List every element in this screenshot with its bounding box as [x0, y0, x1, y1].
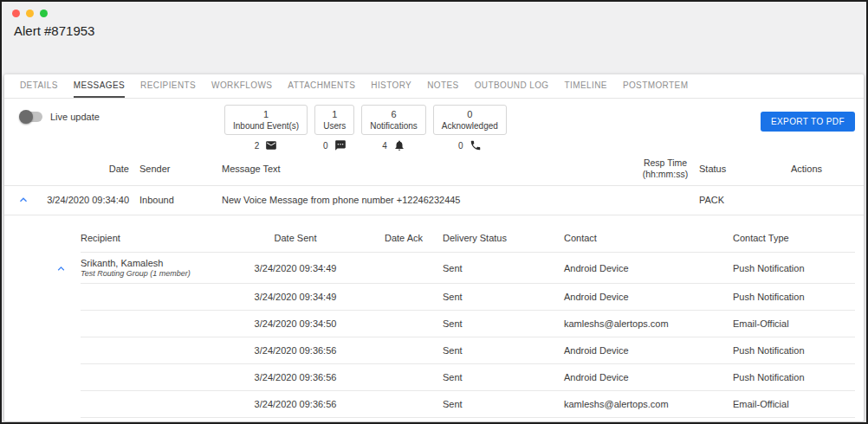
date-sent-cell: 3/24/2020 09:36:56	[226, 399, 365, 409]
toggle-knob	[19, 110, 33, 124]
date-sent-cell: 3/24/2020 09:34:49	[226, 263, 365, 273]
contact-type-cell: Push Notification	[733, 345, 855, 356]
contact-cell: Android Device	[564, 345, 733, 356]
close-window-icon[interactable]	[12, 10, 20, 17]
counter-phone: 0	[458, 139, 482, 151]
tab-recipients[interactable]: RECIPIENTS	[140, 74, 196, 98]
column-header-actions: Actions	[758, 164, 855, 174]
contact-cell: Android Device	[564, 263, 733, 273]
page-title: Alert #871953	[12, 17, 856, 38]
table-row: Srikanth, Kamalesh Test Routing Group (1…	[55, 253, 855, 284]
stat-value: 0	[442, 108, 498, 120]
tab-notes[interactable]: NOTES	[427, 74, 458, 98]
alert-detail-card: DETAILS MESSAGES RECIPIENTS WORKFLOWS AT…	[4, 74, 864, 421]
contact-cell: kamleshs@alertops.com	[564, 318, 733, 329]
collapse-recipient-chevron-up-icon[interactable]	[55, 262, 68, 275]
delivery-status-cell: Sent	[443, 318, 564, 329]
contact-type-cell: Push Notification	[733, 372, 855, 382]
message-date: 3/24/2020 09:34:40	[42, 195, 129, 205]
expand-column-spacer	[55, 228, 81, 253]
column-header-date-ack: Date Ack	[365, 233, 443, 243]
contact-cell: kamleshs@alertops.com	[564, 399, 733, 409]
stat-column-inbound-events: 1 Inbound Event(s) 2	[224, 105, 308, 151]
stat-label: Users	[323, 120, 346, 132]
table-row: 3/24/2020 09:36:56 Sent kamleshs@alertop…	[55, 391, 855, 418]
message-sender: Inbound	[139, 195, 222, 205]
date-sent-cell: 3/24/2020 09:34:49	[226, 292, 365, 302]
traffic-lights	[12, 10, 856, 17]
column-header-sender: Sender	[139, 164, 222, 174]
stat-label: Inbound Event(s)	[233, 120, 299, 132]
date-sent-cell: 3/24/2020 09:36:56	[226, 345, 365, 356]
stat-value: 1	[323, 108, 346, 120]
column-header-contact: Contact	[564, 233, 733, 243]
column-header-date: Date	[42, 164, 129, 174]
tab-details[interactable]: DETAILS	[20, 74, 58, 98]
column-header-contact-type: Contact Type	[733, 233, 855, 243]
zoom-window-icon[interactable]	[40, 10, 48, 17]
message-row: 3/24/2020 09:34:40 Inbound New Voice Mes…	[4, 186, 864, 215]
date-sent-cell: 3/24/2020 09:34:50	[226, 318, 365, 329]
column-header-date-sent: Date Sent	[226, 233, 365, 243]
stat-column-acknowledged: 0 Acknowledged 0	[433, 105, 507, 151]
delivery-status-cell: Sent	[443, 399, 564, 409]
counter-bell: 4	[382, 139, 405, 151]
stat-acknowledged[interactable]: 0 Acknowledged	[433, 105, 507, 135]
title-bar: Alert #871953	[2, 2, 866, 38]
table-row: 3/24/2020 09:36:56 Sent Android Device P…	[55, 364, 855, 391]
delivery-status-cell: Sent	[443, 345, 564, 356]
delivery-status-cell: Sent	[443, 263, 564, 273]
recipient-name: Srikanth, Kamalesh	[81, 258, 226, 268]
recipient-detail-table: Recipient Date Sent Date Ack Delivery St…	[4, 215, 864, 418]
tab-workflows[interactable]: WORKFLOWS	[211, 74, 272, 98]
message-table-header: Date Sender Message Text Resp Time (hh:m…	[4, 152, 864, 186]
tab-timeline[interactable]: TIMELINE	[565, 74, 607, 98]
tab-history[interactable]: HISTORY	[371, 74, 411, 98]
counter-email: 2	[255, 139, 278, 151]
live-update-toggle[interactable]	[20, 112, 42, 122]
delivery-status-cell: Sent	[443, 372, 564, 382]
table-row: 3/24/2020 09:34:49 Sent Android Device P…	[55, 284, 855, 311]
tab-bar: DETAILS MESSAGES RECIPIENTS WORKFLOWS AT…	[4, 74, 864, 99]
chat-icon	[334, 139, 347, 151]
bell-icon	[393, 139, 405, 151]
date-sent-cell: 3/24/2020 09:36:56	[226, 372, 365, 382]
recipient-cell: Srikanth, Kamalesh Test Routing Group (1…	[81, 258, 226, 278]
contact-type-cell: Push Notification	[733, 263, 855, 273]
contact-cell: Android Device	[564, 292, 733, 302]
stat-value: 6	[370, 108, 417, 120]
column-header-delivery-status: Delivery Status	[443, 233, 564, 243]
stat-users[interactable]: 1 Users	[314, 105, 354, 135]
column-header-resp-time: Resp Time (hh:mm:ss)	[632, 157, 699, 180]
envelope-icon	[265, 139, 277, 151]
stat-label: Notifications	[370, 120, 417, 132]
table-row: 3/24/2020 09:36:56 Sent Android Device P…	[55, 337, 855, 364]
tab-postmortem[interactable]: POSTMORTEM	[623, 74, 688, 98]
tab-messages[interactable]: MESSAGES	[74, 74, 125, 98]
phone-icon	[470, 139, 482, 151]
collapse-message-chevron-up-icon[interactable]	[16, 193, 30, 207]
column-header-message-text: Message Text	[222, 164, 632, 174]
stat-column-notifications: 6 Notifications 4	[361, 105, 425, 151]
stat-inbound-events[interactable]: 1 Inbound Event(s)	[224, 105, 308, 135]
export-to-pdf-button[interactable]: EXPORT TO PDF	[761, 112, 855, 132]
recipient-group: Test Routing Group (1 member)	[81, 269, 226, 278]
live-update-label: Live update	[50, 112, 100, 122]
contact-type-cell: Email-Official	[733, 318, 855, 329]
tab-outbound-log[interactable]: OUTBOUND LOG	[475, 74, 549, 98]
counter-chat: 0	[323, 139, 347, 151]
minimize-window-icon[interactable]	[26, 10, 34, 17]
stat-value: 1	[233, 108, 299, 120]
tab-attachments[interactable]: ATTACHMENTS	[288, 74, 355, 98]
counter-value: 0	[323, 141, 328, 151]
contact-type-cell: Push Notification	[733, 292, 855, 302]
detail-table-header: Recipient Date Sent Date Ack Delivery St…	[55, 228, 855, 253]
stat-label: Acknowledged	[442, 120, 498, 132]
delivery-status-cell: Sent	[443, 292, 564, 302]
counter-value: 0	[458, 141, 463, 151]
contact-type-cell: Email-Official	[733, 399, 855, 409]
stat-column-users: 1 Users 0	[314, 105, 354, 151]
counter-value: 2	[255, 141, 260, 151]
stats-summary: 1 Inbound Event(s) 2 1 Users 0	[224, 105, 507, 151]
stat-notifications[interactable]: 6 Notifications	[361, 105, 425, 135]
